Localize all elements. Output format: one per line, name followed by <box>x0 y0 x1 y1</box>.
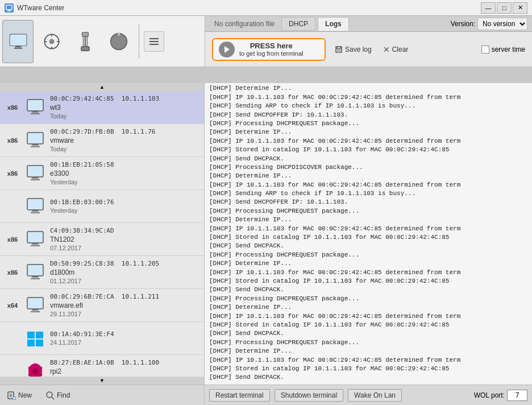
log-toolbar: PRESS here to get log from terminal Save… <box>205 32 532 67</box>
version-select[interactable]: No version <box>477 18 527 30</box>
log-line: [DHCP] Processing DHCPREQUEST package... <box>209 251 527 259</box>
svg-rect-58 <box>36 340 43 346</box>
toolbar-divider <box>139 24 139 59</box>
maximize-button[interactable]: □ <box>497 2 512 14</box>
computer-icon <box>8 31 28 52</box>
wake-on-lan-button[interactable]: Wake On Lan <box>348 389 402 402</box>
log-line: [DHCP] Stored in catalog IP 10.1.1.103 f… <box>209 365 527 373</box>
device-date: Today <box>50 146 200 152</box>
save-log-button[interactable]: Save log <box>332 44 374 55</box>
version-area: Version: No version <box>451 18 527 30</box>
device-mac-ip: C4:09:38:34:9C:AD <box>50 227 200 234</box>
svg-rect-27 <box>27 100 43 111</box>
device-arch: x86 <box>5 104 20 111</box>
no-config-tab: No configuration file <box>210 20 279 28</box>
shutdown-terminal-button[interactable]: Shutdown terminal <box>275 389 343 402</box>
log-line: [DHCP] Send DHCPACK. <box>209 242 527 250</box>
log-line: [DHCP] IP 10.1.1.103 for MAC 00:0C:29:42… <box>209 137 527 146</box>
list-item[interactable]: 00:1B:EB:03:00:76 Yesterday <box>0 190 204 223</box>
wol-port-input[interactable] <box>507 390 527 401</box>
toolbar-computer-button[interactable] <box>2 20 34 63</box>
device-info: 00:1A:4D:91:3E:F4 24.11.2017 <box>50 330 200 346</box>
server-time-label: server time <box>492 46 525 53</box>
clear-x-icon: ✕ <box>383 45 390 54</box>
list-item[interactable]: x86 D0:50:99:25:C8:38 10.1.1.205 d1800m … <box>0 256 204 289</box>
device-date: Today <box>50 113 200 119</box>
press-here-button[interactable]: PRESS here to get log from terminal <box>212 38 326 61</box>
list-item[interactable]: x86 00:1B:EB:21:05:58 e3300 Yesterday <box>0 157 204 190</box>
log-line: [DHCP] IP 10.1.1.103 for MAC 00:0C:29:42… <box>209 356 527 365</box>
log-line: [DHCP] Send DHCPACK. <box>209 286 527 294</box>
title-bar-left: WTware Center <box>5 3 64 13</box>
list-item[interactable]: B8:27:EB:AE:1A:0B 10.1.1.100 rpi2 17.11.… <box>0 355 204 377</box>
press-text: PRESS here to get log from terminal <box>239 42 304 57</box>
log-line: [DHCP] IP 10.1.1.103 for MAC 00:0C:29:42… <box>209 225 527 233</box>
device-info: 00:1B:EB:03:00:76 Yesterday <box>50 199 200 214</box>
list-item[interactable]: 00:1A:4D:91:3E:F4 24.11.2017 <box>0 322 204 355</box>
svg-rect-21 <box>118 32 120 35</box>
usb-icon <box>75 31 95 52</box>
device-info: 00:0C:29:7D:FB:0B 10.1.1.76 vmware Today <box>50 128 200 152</box>
server-time-checkbox[interactable] <box>481 46 489 53</box>
log-line: [DHCP] Determine IP... <box>209 347 527 356</box>
log-line: [DHCP] IP 10.1.1.103 for MAC 00:0C:29:42… <box>209 93 527 102</box>
svg-point-18 <box>110 33 127 49</box>
restart-terminal-button[interactable]: Restart terminal <box>209 389 270 402</box>
log-line: [DHCP] Send DHCPACK. <box>209 373 527 382</box>
toolbar-tools-button[interactable] <box>36 20 67 63</box>
dhcp-tab[interactable]: DHCP <box>281 17 315 31</box>
svg-point-61 <box>34 363 36 366</box>
list-item[interactable]: x86 C4:09:38:34:9C:AD TN1202 07.12.2017 <box>0 223 204 256</box>
new-button[interactable]: New <box>5 390 34 401</box>
list-item[interactable]: x64 00:0C:29:6B:7E:CA 10.1.1.211 vmware.… <box>0 289 204 322</box>
device-mac-ip: 00:0C:29:42:4C:85 10.1.1.103 <box>50 95 200 102</box>
device-name: wt3 <box>50 104 200 111</box>
toolbar-usb-button[interactable] <box>69 20 101 63</box>
device-type-icon <box>25 97 45 118</box>
device-name: TN1202 <box>50 235 200 243</box>
svg-rect-47 <box>27 265 43 276</box>
svg-line-79 <box>52 397 54 399</box>
log-line: [DHCP] Processing DHCPREQUEST package... <box>209 338 527 347</box>
log-line: [DHCP] IP 10.1.1.103 for MAC 00:0C:29:42… <box>209 312 527 321</box>
find-label: Find <box>57 391 70 399</box>
close-button[interactable]: ✕ <box>513 2 527 14</box>
toolbar-media-button[interactable] <box>103 20 134 63</box>
device-arch: x64 <box>5 302 20 309</box>
device-arch: x86 <box>5 137 20 144</box>
svg-rect-57 <box>27 340 35 346</box>
log-line: [DHCP] Determine IP... <box>209 172 527 180</box>
minimize-button[interactable]: — <box>481 2 496 14</box>
device-mac-ip: 00:1A:4D:91:3E:F4 <box>50 330 200 338</box>
logs-tab[interactable]: Logs <box>318 17 349 31</box>
list-item[interactable]: x86 00:0C:29:7D:FB:0B 10.1.1.76 vmware T… <box>0 124 204 157</box>
toolbar-icon-group <box>2 18 164 64</box>
log-line: [DHCP] Determine IP... <box>209 259 527 268</box>
device-mac-ip: 00:1B:EB:03:00:76 <box>50 199 200 206</box>
log-line: [DHCP] Processing DHCPDISCOVER package..… <box>209 163 527 172</box>
svg-rect-4 <box>10 34 26 46</box>
scroll-down-arrow[interactable]: ▼ <box>0 377 204 385</box>
svg-point-63 <box>40 374 42 376</box>
device-arch: x86 <box>5 236 20 243</box>
device-name: d1800m <box>50 268 200 276</box>
find-button[interactable]: Find <box>43 390 72 401</box>
device-name: vmware.efi <box>50 301 200 309</box>
find-icon <box>45 391 55 400</box>
right-bottom-bar: Restart terminal Shutdown terminal Wake … <box>205 385 532 405</box>
menu-button[interactable] <box>144 31 164 52</box>
log-line: [DHCP] Processing DHCPREQUEST package... <box>209 295 527 303</box>
log-content[interactable]: [DHCP] Processing DHCPDISCOVER package..… <box>205 83 532 385</box>
left-bottom-bar: New Find <box>0 385 204 405</box>
log-line: [DHCP] Determine IP... <box>209 84 527 93</box>
svg-rect-43 <box>27 232 43 243</box>
log-line: [DHCP] IP 10.1.1.103 for MAC 00:0C:29:42… <box>209 268 527 277</box>
device-info: 00:0C:29:42:4C:85 10.1.1.103 wt3 Today <box>50 95 200 119</box>
device-name: e3300 <box>50 170 200 177</box>
device-mac-ip: 00:0C:29:7D:FB:0B 10.1.1.76 <box>50 128 200 135</box>
list-item[interactable]: x86 00:0C:29:42:4C:85 10.1.1.103 wt3 Tod… <box>0 91 204 124</box>
clear-log-button[interactable]: ✕ Clear <box>381 44 411 55</box>
press-main-text: PRESS here <box>250 42 293 50</box>
title-controls: — □ ✕ <box>481 2 527 14</box>
scroll-up-arrow[interactable]: ▲ <box>0 83 204 91</box>
